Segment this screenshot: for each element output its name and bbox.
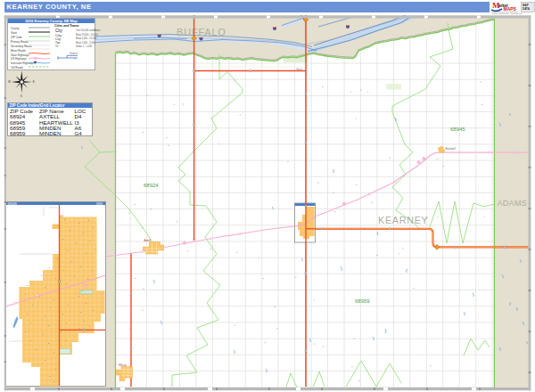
svg-text:MAP: MAP xyxy=(523,4,529,7)
svg-text:DATA: DATA xyxy=(523,7,531,11)
svg-text:Heartwell: Heartwell xyxy=(445,147,456,151)
svg-text:E: E xyxy=(33,80,35,84)
svg-text:68924: 68924 xyxy=(144,183,159,188)
svg-text:Custom Mapping Since A Tradema: Custom Mapping Since A Trademark Map xyxy=(492,12,522,14)
svg-text:68959: 68959 xyxy=(355,298,370,304)
svg-text:68959: 68959 xyxy=(96,202,103,206)
svg-text:KEARNEY: KEARNEY xyxy=(378,215,429,225)
svg-text:Road: Road xyxy=(297,68,303,71)
svg-text:MINDEN: MINDEN xyxy=(8,202,17,206)
svg-text:MAPS: MAPS xyxy=(504,6,517,12)
svg-text:ADAMS: ADAMS xyxy=(498,199,528,208)
svg-text:S: S xyxy=(21,94,22,98)
svg-text:68945: 68945 xyxy=(450,127,465,132)
svg-text:BUFFALO: BUFFALO xyxy=(177,27,226,37)
svg-text:Wilcox: Wilcox xyxy=(119,363,127,367)
svg-text:Axtell: Axtell xyxy=(144,239,152,242)
svg-text:W: W xyxy=(8,80,11,84)
svg-text:Scale in Miles: Scale in Miles xyxy=(70,52,78,55)
